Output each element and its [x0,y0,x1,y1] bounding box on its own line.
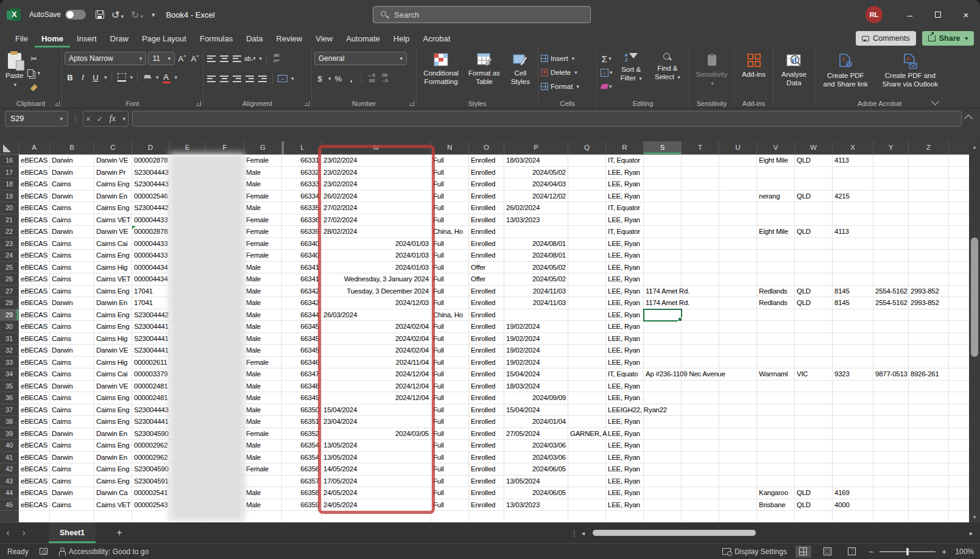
cell-V31[interactable] [757,333,795,345]
cell-R20[interactable]: IT, Equator [606,202,644,214]
column-header-X[interactable]: X [833,141,873,155]
fill-button[interactable]: ↓▾ [601,67,613,78]
cell-W20[interactable] [795,202,833,214]
cell-A36[interactable]: eBECAS La [19,392,50,404]
cell-Q29[interactable] [568,309,606,322]
cell-T34[interactable] [682,368,719,381]
cell-F38[interactable] [206,416,244,428]
autosave-toggle[interactable] [65,10,86,19]
cell-C22[interactable]: Darwin VE [94,226,132,238]
cell-Q44[interactable] [568,487,606,499]
cell-L32[interactable]: 66345 [282,345,322,357]
cell-M35[interactable]: 2024/12/04 [322,381,431,393]
cell-Q26[interactable] [568,273,606,286]
cell-S43[interactable] [644,476,682,488]
menu-tab-formulas[interactable]: Formulas [193,29,239,47]
currency-format-button[interactable]: $ [314,73,325,84]
cell-C28[interactable]: Darwin En [94,297,132,309]
cell-R34[interactable]: IT, Equato [606,368,644,381]
close-button[interactable]: × [952,0,980,29]
cell-F21[interactable] [206,214,244,227]
cell-E27[interactable] [169,286,206,298]
cell-Y23[interactable] [873,238,909,250]
row-header-43[interactable]: 43 [0,476,19,488]
italic-button[interactable]: I [77,72,88,83]
cell-R38[interactable]: LEE, Ryan [606,416,644,428]
cell-C21[interactable]: Cairns VET [94,214,132,227]
cell-W31[interactable] [795,333,833,345]
format-cells-button[interactable]: Format▾ [541,80,594,93]
cell-A22[interactable]: eBECAS La [19,226,50,238]
cell-B28[interactable]: Darwin [50,297,94,309]
cell-Y36[interactable] [873,392,909,404]
cell-C38[interactable]: Cairns Eng [94,416,132,428]
cell-V40[interactable] [757,440,795,452]
cell-X39[interactable] [833,428,873,440]
row-header-45[interactable]: 45 [0,499,19,512]
autosum-button[interactable]: Σ▾ [601,53,613,64]
column-header-P[interactable]: P [504,141,568,155]
cell-Q24[interactable] [568,250,606,262]
cell-U24[interactable] [719,250,757,262]
cell-F18[interactable] [206,178,244,191]
cell-O27[interactable]: Enrolled [469,286,504,298]
normal-view-button[interactable] [795,546,811,558]
cell-X30[interactable] [833,321,873,333]
alignment-dialog-launcher[interactable] [305,101,309,106]
cell-A35[interactable]: eBECAS La [19,381,50,393]
cell-P25[interactable]: 2024/05/02 [504,262,568,274]
cell-B29[interactable]: Cairns [50,309,94,322]
comments-button[interactable]: Comments [856,31,915,46]
cell-V30[interactable] [757,321,795,333]
cell-M38[interactable]: 23/04/2024 [322,416,431,428]
cell-N40[interactable]: Full [431,440,469,452]
cell-E40[interactable] [169,440,206,452]
cell-P23[interactable]: 2024/08/01 [504,238,568,250]
cell-X38[interactable] [833,416,873,428]
cell-R22[interactable]: IT, Equator [606,226,644,238]
cell-W37[interactable] [795,404,833,417]
search-input[interactable]: Search [373,6,591,23]
cell-D40[interactable]: 000002962 [132,440,169,452]
find-select-button[interactable]: Find & Select ▾ [649,51,686,98]
cell-U38[interactable] [719,416,757,428]
cell-W24[interactable] [795,250,833,262]
align-right-button[interactable] [231,73,242,84]
cell-M24[interactable]: 2024/01/03 [322,250,431,262]
cell-O35[interactable]: Enrolled [469,381,504,393]
cell-S32[interactable] [644,345,682,357]
cell-R31[interactable]: LEE, Ryan [606,333,644,345]
number-format-select[interactable]: General▾ [314,52,407,65]
cell-B41[interactable]: Darwin [50,452,94,464]
cell-A40[interactable]: eBECAS La [19,440,50,452]
cell-Z41[interactable] [909,452,949,464]
middle-align-button[interactable] [219,53,230,64]
cell-X17[interactable] [833,167,873,179]
cell-Y43[interactable] [873,476,909,488]
cell-N34[interactable]: Full [431,368,469,381]
cell-P32[interactable]: 19/02/2024 [504,345,568,357]
cell-W32[interactable] [795,345,833,357]
cell-S16[interactable] [644,155,682,167]
align-left-button[interactable] [206,73,217,84]
row-header-25[interactable]: 25 [0,262,19,274]
cell-C45[interactable]: Cairns VET [94,499,132,512]
cell-C44[interactable]: Darwin Ca [94,487,132,499]
row-header-38[interactable]: 38 [0,416,19,428]
cell-S22[interactable] [644,226,682,238]
cell-V44[interactable]: Kangaroo [757,487,795,499]
cell-B23[interactable]: Cairns [50,238,94,250]
cell-G37[interactable]: Male [244,404,282,417]
cell-R43[interactable]: LEE, Ryan [606,476,644,488]
cell-Z30[interactable] [909,321,949,333]
cell-O19[interactable]: Enrolled [469,191,504,203]
cell-W17[interactable] [795,167,833,179]
cell-S39[interactable] [644,428,682,440]
cell-M42[interactable]: 14/05/2024 [322,463,431,476]
number-dialog-launcher[interactable] [409,101,414,106]
cell-A24[interactable]: eBECAS La [19,250,50,262]
cell-V28[interactable]: Redlands [757,297,795,309]
cell-S23[interactable] [644,238,682,250]
column-header-B[interactable]: B [50,141,94,155]
cell-O30[interactable]: Enrolled [469,321,504,333]
